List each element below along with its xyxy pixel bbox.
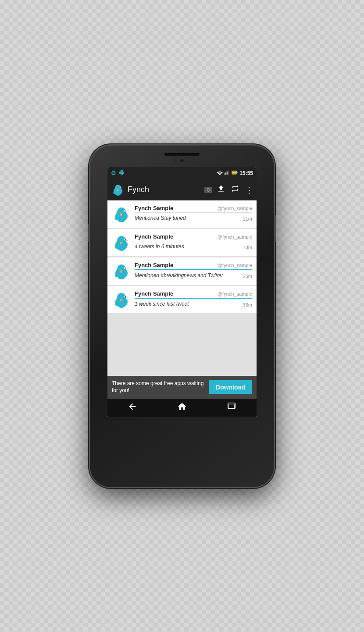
svg-rect-5 <box>237 172 238 174</box>
tweet-body: 4 tweets in 6 minutes 13m <box>135 243 252 250</box>
tweet-divider-highlight <box>135 269 252 270</box>
tweet-avatar <box>112 233 131 253</box>
upload-button[interactable] <box>217 184 225 195</box>
tweet-item[interactable]: Fynch Sample @fynch_sample Mentioned Sta… <box>107 200 257 228</box>
tweet-body: Mentioned #breakingnews and Twitter 25m <box>135 272 252 279</box>
svg-point-38 <box>120 270 122 273</box>
tweet-content: Fynch Sample @fynch_sample Mentioned #br… <box>135 262 252 281</box>
svg-marker-11 <box>122 187 124 189</box>
speaker <box>164 153 200 156</box>
tweet-content: Fynch Sample @fynch_sample 4 tweets in 6… <box>135 233 252 253</box>
notification-badge: 0 <box>204 187 212 193</box>
svg-rect-48 <box>229 404 235 408</box>
tweet-text: Mentioned #breakingnews and Twitter <box>135 272 240 279</box>
tweet-time: 13m <box>243 245 252 250</box>
nav-bar <box>107 399 257 417</box>
tweet-name: Fynch Sample <box>135 233 173 240</box>
svg-rect-1 <box>226 172 227 175</box>
tweet-item[interactable]: Fynch Sample @fynch_sample 1 week since … <box>107 286 257 313</box>
tweet-avatar <box>112 290 131 310</box>
svg-rect-2 <box>227 171 228 175</box>
status-right-icons: 15:55 <box>217 170 253 176</box>
svg-marker-43 <box>127 296 129 298</box>
download-button[interactable]: Download <box>209 380 252 394</box>
svg-point-46 <box>120 299 122 301</box>
tweet-content: Fynch Sample @fynch_sample 1 week since … <box>135 290 252 310</box>
svg-marker-19 <box>127 211 129 213</box>
back-button[interactable] <box>128 402 137 414</box>
signal-icon <box>225 170 230 176</box>
app-bar: Fynch 0 ⋮ <box>107 179 257 200</box>
tweet-avatar <box>112 262 131 281</box>
sensor2 <box>188 159 190 162</box>
tweet-body: Mentioned Stay tuned 11m <box>135 214 252 222</box>
status-time: 15:55 <box>239 170 253 176</box>
svg-marker-35 <box>127 268 129 270</box>
tweet-header: Fynch Sample @fynch_sample <box>135 262 252 268</box>
phone-screen: ⚙ <box>107 167 257 417</box>
app-title: Fynch <box>128 185 202 194</box>
svg-rect-6 <box>232 171 236 174</box>
svg-rect-3 <box>228 171 228 175</box>
android-icon <box>119 170 125 177</box>
svg-rect-47 <box>228 403 236 409</box>
sensor <box>174 159 176 162</box>
power-button <box>275 215 276 242</box>
home-button[interactable] <box>177 402 187 414</box>
ad-text: There are some great free apps waiting f… <box>112 380 209 394</box>
tweet-time: 25m <box>243 274 252 279</box>
app-bar-actions: ⋮ <box>217 184 253 195</box>
tweet-header: Fynch Sample @fynch_sample <box>135 290 252 297</box>
tweet-text: 1 week since last tweet <box>135 300 240 308</box>
tweet-name: Fynch Sample <box>135 205 173 211</box>
more-button[interactable]: ⋮ <box>245 185 253 195</box>
status-bar: ⚙ <box>107 167 257 179</box>
tweet-time: 11m <box>243 216 252 221</box>
svg-marker-27 <box>127 239 129 241</box>
svg-rect-0 <box>225 173 225 175</box>
svg-point-22 <box>120 213 122 216</box>
tweet-divider <box>135 241 252 241</box>
svg-point-18 <box>125 211 126 211</box>
svg-point-10 <box>121 187 121 187</box>
content-area: Fynch Sample @fynch_sample Mentioned Sta… <box>107 200 257 399</box>
status-left-icons: ⚙ <box>111 170 125 177</box>
volume-button <box>88 224 89 242</box>
ad-banner: There are some great free apps waiting f… <box>107 376 257 399</box>
tweet-name: Fynch Sample <box>135 262 173 268</box>
cog-icon: ⚙ <box>111 170 116 176</box>
tweet-divider-highlight <box>135 298 252 299</box>
tweet-text: Mentioned Stay tuned <box>135 214 240 222</box>
battery-icon <box>232 170 238 176</box>
svg-point-30 <box>120 242 122 244</box>
tweet-name: Fynch Sample <box>135 290 173 297</box>
tweet-body: 1 week since last tweet 33m <box>135 300 252 308</box>
retweet-button[interactable] <box>231 184 239 195</box>
front-camera <box>180 158 184 163</box>
tweet-handle: @fynch_sample <box>218 263 252 268</box>
tweet-content: Fynch Sample @fynch_sample Mentioned Sta… <box>135 205 252 224</box>
tweet-header: Fynch Sample @fynch_sample <box>135 205 252 211</box>
tweet-header: Fynch Sample @fynch_sample <box>135 233 252 240</box>
tweet-text: 4 tweets in 6 minutes <box>135 243 240 250</box>
tweet-item[interactable]: Fynch Sample @fynch_sample 4 tweets in 6… <box>107 229 257 256</box>
tweet-handle: @fynch_sample <box>218 234 252 239</box>
svg-point-26 <box>125 239 126 240</box>
tweet-list: Fynch Sample @fynch_sample Mentioned Sta… <box>107 200 257 376</box>
tweet-handle: @fynch_sample <box>218 291 252 296</box>
svg-point-42 <box>125 296 126 297</box>
tweet-item[interactable]: Fynch Sample @fynch_sample Mentioned #br… <box>107 257 257 285</box>
tweet-handle: @fynch_sample <box>218 206 252 211</box>
tweet-avatar <box>112 205 131 224</box>
recents-button[interactable] <box>227 402 236 414</box>
phone-device: ⚙ <box>90 145 274 487</box>
svg-point-14 <box>117 189 118 190</box>
top-camera-area <box>174 158 190 163</box>
wifi-icon <box>217 170 223 176</box>
tweet-divider <box>135 212 252 213</box>
svg-point-34 <box>125 268 126 268</box>
tweet-time: 33m <box>243 302 252 307</box>
app-logo-icon <box>111 183 125 197</box>
